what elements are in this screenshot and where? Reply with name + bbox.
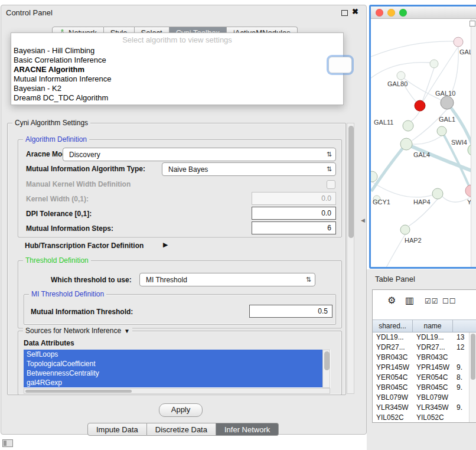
table-vscrollbar-thumb[interactable] <box>471 334 475 380</box>
network-edge[interactable] <box>406 144 476 172</box>
mi-steps-field[interactable]: 6 <box>252 221 336 234</box>
bottom-tab-infer-network[interactable]: Infer Network <box>216 423 279 436</box>
attributes-vscrollbar[interactable] <box>322 350 330 388</box>
mi-type-value: Naive Bayes <box>168 165 208 174</box>
docked-panel-icon[interactable] <box>2 439 13 447</box>
mi-steps-label: Mutual Information Steps: <box>26 224 113 233</box>
network-node[interactable] <box>441 96 454 109</box>
attributes-hscrollbar-thumb[interactable] <box>25 390 132 393</box>
attribute-item-topologicalcoefficient[interactable]: TopologicalCoefficient <box>24 359 325 369</box>
table-row[interactable]: YIL052CYIL052C <box>373 413 476 422</box>
network-edge[interactable] <box>372 182 433 197</box>
column-header-col2[interactable] <box>453 320 476 332</box>
birdseye-toggle-icon[interactable] <box>470 21 475 27</box>
algorithm-option-basic-correlation-inference[interactable]: Basic Correlation Inference <box>11 56 343 65</box>
bottom-tab-impute-data[interactable]: Impute Data <box>87 423 147 436</box>
network-vscrollbar[interactable] <box>471 19 476 267</box>
network-edge[interactable] <box>372 145 405 190</box>
which-threshold-label: Which threshold to use: <box>51 276 132 284</box>
which-threshold-select[interactable]: MI Threshold ⇅ <box>139 273 315 286</box>
network-node[interactable] <box>400 138 412 150</box>
node-label-gcy1: GCY1 <box>373 198 390 206</box>
attribute-item-gal4rgexp[interactable]: gal4RGexp <box>24 378 325 387</box>
network-edge[interactable] <box>410 111 420 122</box>
network-edge[interactable] <box>371 41 455 57</box>
column-header-shared[interactable]: shared... <box>373 320 413 332</box>
table-row[interactable]: YDL19...YDL19...13 <box>373 332 476 343</box>
table-cell: YER054C <box>413 373 453 383</box>
bottom-tab-discretize-data[interactable]: Discretize Data <box>147 423 216 436</box>
table-row[interactable]: YLR345WYLR345W9. <box>373 403 476 413</box>
close-icon[interactable]: ✖ <box>352 7 358 16</box>
minimize-traffic-icon[interactable] <box>387 9 395 17</box>
select-all-icon[interactable]: ☑☑ <box>425 297 439 305</box>
algorithm-option-mutual-information-inference[interactable]: Mutual Information Inference <box>11 74 343 84</box>
focused-settings-button[interactable] <box>328 57 352 73</box>
kernel-width-field[interactable]: 0.0 <box>252 192 336 205</box>
network-node[interactable] <box>437 126 446 136</box>
data-attributes-list[interactable]: SelfLoopsTopologicalCoefficientBetweenne… <box>24 350 331 388</box>
network-canvas[interactable]: GAL80GAL10GAL11GAL1SWI4GAL4GCY1HAP4HAP2G… <box>371 19 476 267</box>
deselect-all-icon[interactable]: ☐☐ <box>442 297 457 305</box>
table-row[interactable]: YBL079WYBL079W <box>373 393 476 403</box>
attribute-item-betweennesscentrality[interactable]: BetweennessCentrality <box>24 369 325 378</box>
network-node[interactable] <box>415 100 425 111</box>
mi-threshold-label: Mutual Information Threshold: <box>31 308 133 316</box>
network-node[interactable] <box>432 188 443 199</box>
table-row[interactable]: YBR045CYBR045C9. <box>373 383 476 393</box>
algorithm-option-aracne-algorithm[interactable]: ARACNE Algorithm <box>11 65 343 74</box>
network-view-window[interactable]: GAL80GAL10GAL11GAL1SWI4GAL4GCY1HAP4HAP2G… <box>369 5 476 269</box>
table-panel-title: Table Panel <box>375 275 415 283</box>
network-graph[interactable]: GAL80GAL10GAL11GAL1SWI4GAL4GCY1HAP4HAP2G… <box>371 19 476 267</box>
algorithm-option-bayesian-k2[interactable]: Bayesian - K2 <box>11 84 343 93</box>
table-row[interactable]: YDR27...YDR27...12 <box>373 343 476 353</box>
table-cell: YLR345W <box>413 403 453 413</box>
apply-button[interactable]: Apply <box>159 403 203 417</box>
table-row[interactable]: YBR043CYBR043C <box>373 353 476 363</box>
collapse-down-icon[interactable]: ▼ <box>124 328 130 334</box>
mi-type-select[interactable]: Naive Bayes ⇅ <box>162 162 336 176</box>
manual-kernel-checkbox[interactable] <box>327 180 335 189</box>
dpi-tolerance-label: DPI Tolerance [0,1]: <box>26 210 92 218</box>
close-traffic-icon[interactable] <box>376 9 383 17</box>
table-cell: YBL079W <box>373 393 413 403</box>
algorithm-option-bayesian-hill-climbing[interactable]: Bayesian - Hill Climbing <box>11 46 343 56</box>
settings-scrollbar-thumb[interactable] <box>348 126 354 238</box>
aracne-mode-value: Discovery <box>69 151 100 159</box>
aracne-mode-select[interactable]: Discovery ⇅ <box>63 148 336 161</box>
network-edge[interactable] <box>422 68 434 102</box>
network-node[interactable] <box>397 71 405 80</box>
node-label-hap4: HAP4 <box>413 198 431 206</box>
mi-threshold-field[interactable]: 0.5 <box>249 305 332 318</box>
mi-threshold-group-title: MI Threshold Definition <box>29 290 106 298</box>
settings-scrollbar[interactable] <box>347 123 354 394</box>
hub-definition-label[interactable]: Hub/Transcription Factor Definition <box>25 242 144 250</box>
table-cell: YDL19... <box>413 332 453 343</box>
gear-icon[interactable]: ⚙ <box>387 295 396 306</box>
network-node[interactable] <box>400 225 410 234</box>
attributes-vscrollbar-thumb[interactable] <box>324 351 330 370</box>
dpi-tolerance-field[interactable]: 0.0 <box>252 207 336 220</box>
table-row[interactable]: YPR145WYPR145W9. <box>373 363 476 373</box>
maximize-traffic-icon[interactable] <box>399 9 407 17</box>
table-body: YDL19...YDL19...13YDR27...YDR27...12YBR0… <box>373 332 476 422</box>
algorithm-option-dream8-dc-tdc-algorithm[interactable]: Dream8 DC_TDC Algorithm <box>11 93 343 103</box>
table-row[interactable]: YER054CYER054C8. <box>373 373 476 383</box>
float-window-icon[interactable] <box>341 10 348 16</box>
network-node[interactable] <box>454 37 463 47</box>
network-node[interactable] <box>430 60 438 68</box>
attribute-item-selfloops[interactable]: SelfLoops <box>24 350 325 359</box>
table-cell: YER054C <box>373 373 413 383</box>
manual-kernel-label: Manual Kernel Width Definition <box>26 180 131 188</box>
table-vscrollbar[interactable] <box>469 332 476 422</box>
algorithm-popup-list: Bayesian - Hill ClimbingBasic Correlatio… <box>11 46 343 103</box>
network-node[interactable] <box>403 120 413 131</box>
network-node[interactable] <box>371 171 377 182</box>
column-header-name[interactable]: name <box>413 320 453 332</box>
column-view-icon[interactable]: ▥ <box>405 295 415 306</box>
network-edge[interactable] <box>386 234 405 267</box>
attributes-hscrollbar[interactable] <box>24 388 330 394</box>
splitpane-collapse-icon[interactable]: ◀ <box>361 217 365 223</box>
table-cell: YBR045C <box>413 383 453 393</box>
expand-right-icon[interactable]: ▶ <box>163 241 168 249</box>
